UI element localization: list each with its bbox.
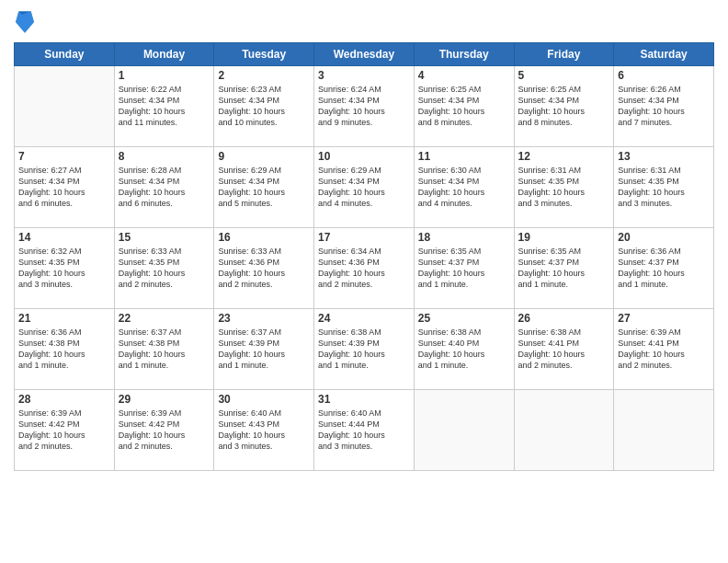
day-info: Sunrise: 6:36 AM Sunset: 4:37 PM Dayligh… xyxy=(618,246,710,291)
day-number: 3 xyxy=(318,69,410,82)
calendar-day-cell: 17Sunrise: 6:34 AM Sunset: 4:36 PM Dayli… xyxy=(314,228,415,309)
day-number: 13 xyxy=(618,150,710,163)
calendar-day-cell: 20Sunrise: 6:36 AM Sunset: 4:37 PM Dayli… xyxy=(614,228,714,309)
day-number: 10 xyxy=(318,150,410,163)
logo-icon xyxy=(16,9,34,35)
day-number: 4 xyxy=(418,69,510,82)
day-number: 8 xyxy=(119,150,210,163)
day-info: Sunrise: 6:40 AM Sunset: 4:43 PM Dayligh… xyxy=(218,408,310,453)
day-info: Sunrise: 6:29 AM Sunset: 4:34 PM Dayligh… xyxy=(318,165,410,210)
day-info: Sunrise: 6:26 AM Sunset: 4:34 PM Dayligh… xyxy=(618,84,710,129)
day-info: Sunrise: 6:31 AM Sunset: 4:35 PM Dayligh… xyxy=(518,165,610,210)
day-number: 17 xyxy=(318,231,410,244)
day-number: 27 xyxy=(618,312,710,325)
day-info: Sunrise: 6:39 AM Sunset: 4:42 PM Dayligh… xyxy=(18,408,110,453)
calendar-day-cell: 4Sunrise: 6:25 AM Sunset: 4:34 PM Daylig… xyxy=(414,66,514,147)
day-number: 21 xyxy=(18,312,110,325)
day-info: Sunrise: 6:27 AM Sunset: 4:34 PM Dayligh… xyxy=(18,165,110,210)
day-info: Sunrise: 6:35 AM Sunset: 4:37 PM Dayligh… xyxy=(418,246,510,291)
day-number: 1 xyxy=(119,69,210,82)
day-number: 20 xyxy=(618,231,710,244)
calendar-week-row: 28Sunrise: 6:39 AM Sunset: 4:42 PM Dayli… xyxy=(15,390,714,471)
calendar-header-row: SundayMondayTuesdayWednesdayThursdayFrid… xyxy=(15,43,714,66)
calendar-day-cell: 2Sunrise: 6:23 AM Sunset: 4:34 PM Daylig… xyxy=(214,66,314,147)
day-info: Sunrise: 6:40 AM Sunset: 4:44 PM Dayligh… xyxy=(318,408,410,453)
svg-marker-1 xyxy=(16,11,34,32)
calendar-day-header: Wednesday xyxy=(314,43,415,66)
calendar-day-cell: 23Sunrise: 6:37 AM Sunset: 4:39 PM Dayli… xyxy=(214,309,314,390)
day-info: Sunrise: 6:37 AM Sunset: 4:39 PM Dayligh… xyxy=(218,327,310,372)
day-info: Sunrise: 6:38 AM Sunset: 4:40 PM Dayligh… xyxy=(418,327,510,372)
calendar-day-cell: 5Sunrise: 6:25 AM Sunset: 4:34 PM Daylig… xyxy=(514,66,614,147)
calendar-day-cell: 16Sunrise: 6:33 AM Sunset: 4:36 PM Dayli… xyxy=(214,228,314,309)
logo xyxy=(14,9,36,35)
calendar-day-cell: 26Sunrise: 6:38 AM Sunset: 4:41 PM Dayli… xyxy=(514,309,614,390)
day-info: Sunrise: 6:29 AM Sunset: 4:34 PM Dayligh… xyxy=(218,165,310,210)
day-number: 28 xyxy=(18,393,110,406)
calendar-week-row: 21Sunrise: 6:36 AM Sunset: 4:38 PM Dayli… xyxy=(15,309,714,390)
calendar-day-cell: 27Sunrise: 6:39 AM Sunset: 4:41 PM Dayli… xyxy=(614,309,714,390)
day-number: 24 xyxy=(318,312,410,325)
calendar-day-cell: 3Sunrise: 6:24 AM Sunset: 4:34 PM Daylig… xyxy=(314,66,415,147)
day-number: 9 xyxy=(218,150,310,163)
calendar-day-cell: 28Sunrise: 6:39 AM Sunset: 4:42 PM Dayli… xyxy=(15,390,115,471)
calendar-day-header: Thursday xyxy=(414,43,514,66)
calendar-day-cell: 30Sunrise: 6:40 AM Sunset: 4:43 PM Dayli… xyxy=(214,390,314,471)
day-info: Sunrise: 6:39 AM Sunset: 4:41 PM Dayligh… xyxy=(618,327,710,372)
day-number: 29 xyxy=(119,393,210,406)
calendar-week-row: 7Sunrise: 6:27 AM Sunset: 4:34 PM Daylig… xyxy=(15,147,714,228)
calendar-day-header: Friday xyxy=(514,43,614,66)
day-number: 5 xyxy=(518,69,610,82)
day-info: Sunrise: 6:25 AM Sunset: 4:34 PM Dayligh… xyxy=(518,84,610,129)
day-number: 25 xyxy=(418,312,510,325)
calendar-day-cell: 25Sunrise: 6:38 AM Sunset: 4:40 PM Dayli… xyxy=(414,309,514,390)
page-header xyxy=(14,9,714,35)
day-info: Sunrise: 6:36 AM Sunset: 4:38 PM Dayligh… xyxy=(18,327,110,372)
calendar-week-row: 1Sunrise: 6:22 AM Sunset: 4:34 PM Daylig… xyxy=(15,66,714,147)
day-number: 30 xyxy=(218,393,310,406)
day-number: 14 xyxy=(18,231,110,244)
calendar-day-cell: 24Sunrise: 6:38 AM Sunset: 4:39 PM Dayli… xyxy=(314,309,415,390)
calendar-day-cell xyxy=(514,390,614,471)
day-number: 18 xyxy=(418,231,510,244)
day-info: Sunrise: 6:34 AM Sunset: 4:36 PM Dayligh… xyxy=(318,246,410,291)
calendar-day-cell: 18Sunrise: 6:35 AM Sunset: 4:37 PM Dayli… xyxy=(414,228,514,309)
calendar-day-cell: 22Sunrise: 6:37 AM Sunset: 4:38 PM Dayli… xyxy=(114,309,214,390)
calendar-day-header: Saturday xyxy=(614,43,714,66)
day-number: 23 xyxy=(218,312,310,325)
calendar-day-cell: 1Sunrise: 6:22 AM Sunset: 4:34 PM Daylig… xyxy=(114,66,214,147)
day-number: 7 xyxy=(18,150,110,163)
calendar-day-cell: 10Sunrise: 6:29 AM Sunset: 4:34 PM Dayli… xyxy=(314,147,415,228)
calendar-day-cell xyxy=(15,66,115,147)
day-info: Sunrise: 6:35 AM Sunset: 4:37 PM Dayligh… xyxy=(518,246,610,291)
day-info: Sunrise: 6:38 AM Sunset: 4:41 PM Dayligh… xyxy=(518,327,610,372)
calendar-day-cell: 21Sunrise: 6:36 AM Sunset: 4:38 PM Dayli… xyxy=(15,309,115,390)
day-info: Sunrise: 6:32 AM Sunset: 4:35 PM Dayligh… xyxy=(18,246,110,291)
calendar-day-header: Sunday xyxy=(15,43,115,66)
day-info: Sunrise: 6:23 AM Sunset: 4:34 PM Dayligh… xyxy=(218,84,310,129)
day-number: 22 xyxy=(119,312,210,325)
day-number: 2 xyxy=(218,69,310,82)
day-info: Sunrise: 6:22 AM Sunset: 4:34 PM Dayligh… xyxy=(119,84,210,129)
calendar-day-cell: 15Sunrise: 6:33 AM Sunset: 4:35 PM Dayli… xyxy=(114,228,214,309)
day-number: 16 xyxy=(218,231,310,244)
calendar-day-cell: 8Sunrise: 6:28 AM Sunset: 4:34 PM Daylig… xyxy=(114,147,214,228)
day-info: Sunrise: 6:28 AM Sunset: 4:34 PM Dayligh… xyxy=(119,165,210,210)
day-info: Sunrise: 6:39 AM Sunset: 4:42 PM Dayligh… xyxy=(119,408,210,453)
day-info: Sunrise: 6:38 AM Sunset: 4:39 PM Dayligh… xyxy=(318,327,410,372)
calendar-day-cell: 7Sunrise: 6:27 AM Sunset: 4:34 PM Daylig… xyxy=(15,147,115,228)
day-info: Sunrise: 6:37 AM Sunset: 4:38 PM Dayligh… xyxy=(119,327,210,372)
day-number: 26 xyxy=(518,312,610,325)
calendar-day-cell: 13Sunrise: 6:31 AM Sunset: 4:35 PM Dayli… xyxy=(614,147,714,228)
day-info: Sunrise: 6:30 AM Sunset: 4:34 PM Dayligh… xyxy=(418,165,510,210)
day-info: Sunrise: 6:24 AM Sunset: 4:34 PM Dayligh… xyxy=(318,84,410,129)
day-number: 11 xyxy=(418,150,510,163)
calendar-day-cell xyxy=(414,390,514,471)
day-number: 31 xyxy=(318,393,410,406)
calendar-day-cell: 6Sunrise: 6:26 AM Sunset: 4:34 PM Daylig… xyxy=(614,66,714,147)
calendar-week-row: 14Sunrise: 6:32 AM Sunset: 4:35 PM Dayli… xyxy=(15,228,714,309)
calendar-day-cell: 19Sunrise: 6:35 AM Sunset: 4:37 PM Dayli… xyxy=(514,228,614,309)
day-info: Sunrise: 6:33 AM Sunset: 4:36 PM Dayligh… xyxy=(218,246,310,291)
calendar-day-cell: 14Sunrise: 6:32 AM Sunset: 4:35 PM Dayli… xyxy=(15,228,115,309)
calendar-day-cell: 12Sunrise: 6:31 AM Sunset: 4:35 PM Dayli… xyxy=(514,147,614,228)
